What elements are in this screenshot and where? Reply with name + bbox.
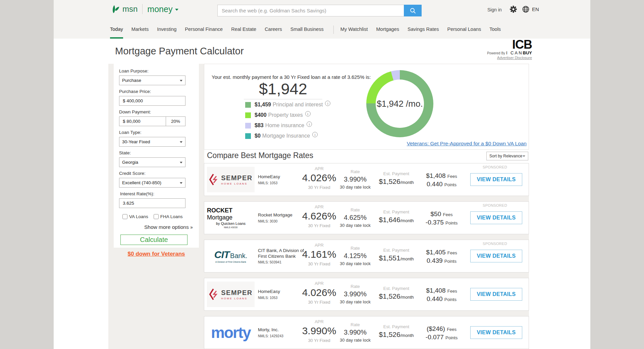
loan-type-select[interactable]: 30-Year Fixed: [119, 137, 185, 147]
nav-item-personal-loans[interactable]: Personal Loans: [447, 21, 481, 39]
language-label[interactable]: EN: [532, 6, 539, 12]
advertiser-disclosure-link[interactable]: Advertiser Disclosure: [487, 56, 532, 60]
fees-value: $1,408 Fees: [421, 287, 463, 295]
rocket-mortgage-logo: ROCKET Mortgage by Quicken Loans NMLS #3…: [207, 207, 255, 229]
rate-label: Rate: [337, 169, 374, 174]
show-more-options-link[interactable]: Show more options ››: [119, 224, 192, 230]
points-value: -0.077 Points: [421, 333, 463, 342]
credit-score-select[interactable]: Excellent (740-850): [119, 178, 185, 188]
nav-item-my-watchlist[interactable]: My Watchlist: [340, 21, 368, 39]
est-payment-value: $1,551/month: [377, 254, 416, 262]
globe-language-icon[interactable]: [522, 5, 530, 14]
compare-rates-title: Compare Best Mortgage Rates: [207, 151, 313, 160]
sort-select[interactable]: Sort by Relevance: [486, 152, 528, 160]
apr-column: APR 4.026% 30 Yr Fixed: [298, 281, 340, 305]
fees-column: $1,408 Fees 0.440 Points: [421, 287, 463, 303]
va-loan-preapproval-link[interactable]: Veterans: Get Pre-Approved for a $0 Down…: [407, 141, 527, 147]
checkbox-box[interactable]: [122, 214, 127, 219]
info-icon[interactable]: i: [325, 101, 330, 106]
nav-item-tools[interactable]: Tools: [489, 21, 501, 39]
nav-item-personal-finance[interactable]: Personal Finance: [185, 21, 223, 39]
rate-lock-label: 30 day rate lock: [337, 299, 374, 304]
nav-item-markets[interactable]: Markets: [131, 21, 149, 39]
down-payment-field-wrap: [119, 116, 166, 126]
info-icon[interactable]: i: [307, 121, 312, 127]
interest-rate-input[interactable]: [122, 200, 182, 206]
view-details-button[interactable]: VIEW DETAILS: [470, 173, 522, 186]
settings-gear-icon[interactable]: [509, 5, 518, 15]
nav-item-real-estate[interactable]: Real Estate: [231, 21, 256, 39]
est-payment-column: Est. Payment $1,526/month: [377, 286, 416, 300]
view-details-button[interactable]: VIEW DETAILS: [470, 288, 522, 301]
rate-value: 3.990%: [337, 176, 374, 183]
apr-label: APR: [298, 319, 340, 324]
semper-tagline: HOME LOANS: [221, 297, 252, 300]
semper-logo: SEMPER HOME LOANS: [207, 167, 255, 192]
loan-purpose-select[interactable]: Purchase: [119, 76, 185, 85]
cit-bank-logo: CITBank. A Division of First Citizens Ba…: [214, 249, 247, 263]
state-value: Georgia: [122, 160, 138, 165]
search-input[interactable]: [217, 5, 404, 16]
fees-value: ($246) Fees: [421, 325, 463, 333]
loan-term-label: 30 Yr Fixed: [298, 338, 340, 343]
legend-amount: $83: [255, 122, 264, 129]
rate-card: SPONSORED SEMPER HOME LOANS: [204, 278, 529, 311]
rate-card-list: SPONSORED SEMPER HOME LOANS: [204, 163, 529, 349]
semper-wordmark: SEMPER: [221, 289, 252, 297]
va-loans-checkbox[interactable]: VA Loans: [122, 214, 148, 219]
nav-item-savings-rates[interactable]: Savings Rates: [408, 21, 439, 39]
nav-item-careers[interactable]: Careers: [265, 21, 282, 39]
legend-item: $0Mortgage Insurancei: [245, 132, 330, 140]
apr-label: APR: [298, 243, 340, 248]
msn-butterfly-icon: [110, 4, 120, 14]
apr-label: APR: [298, 281, 340, 286]
nav-item-small-business[interactable]: Small Business: [290, 21, 324, 39]
calculate-button[interactable]: Calculate: [120, 235, 187, 245]
nav-item-mortgages[interactable]: Mortgages: [376, 21, 399, 39]
down-payment-percent-input[interactable]: [169, 118, 182, 124]
legend-item: $1,459Principal and interesti: [245, 101, 330, 108]
page: msn money Sign in: [54, 0, 590, 349]
apr-column: APR 4.626% 30 Yr Fixed: [298, 204, 340, 228]
monthly-payment-total: $1,942: [244, 80, 322, 98]
info-icon[interactable]: i: [312, 132, 318, 137]
loan-purpose-label: Loan Purpose:: [119, 68, 199, 73]
sign-in-link[interactable]: Sign in: [487, 7, 502, 12]
nav-item-investing[interactable]: Investing: [157, 21, 176, 39]
est-payment-value: $1,646/month: [377, 216, 416, 224]
summary-intro-text: Your est. monthly payment for a 30 Yr Fi…: [212, 74, 371, 80]
state-select[interactable]: Georgia: [119, 157, 185, 167]
purchase-price-label: Purchase Price:: [119, 89, 199, 94]
rate-column: Rate 4.625% 30 day rate lock: [337, 207, 374, 228]
purchase-price-input[interactable]: [122, 98, 182, 104]
semper-tagline: HOME LOANS: [221, 182, 252, 185]
fha-loans-checkbox[interactable]: FHA Loans: [154, 214, 183, 219]
points-value: 0.440 Points: [421, 180, 463, 189]
rate-card: SPONSORED morty: [204, 316, 529, 349]
est-payment-column: Est. Payment $1,551/month: [377, 248, 416, 262]
search-button[interactable]: [404, 5, 422, 16]
view-details-button[interactable]: VIEW DETAILS: [470, 326, 522, 339]
brand[interactable]: msn money: [110, 4, 178, 14]
brand-divider: [142, 4, 143, 14]
nav-item-today[interactable]: Today: [110, 21, 123, 39]
legend-swatch: [245, 102, 251, 108]
est-payment-value: $1,526/month: [377, 292, 416, 300]
down-payment-input[interactable]: [122, 118, 163, 124]
legend-item: $400Property taxesi: [245, 111, 330, 119]
est-payment-column: Est. Payment $1,526/month: [377, 324, 416, 339]
points-value: -0.375 Points: [421, 218, 463, 227]
loan-type-value: 30-Year Fixed: [122, 139, 150, 144]
info-icon[interactable]: i: [305, 111, 311, 116]
view-details-button[interactable]: VIEW DETAILS: [470, 211, 522, 224]
lender-logo: CITBank. A Division of First Citizens Ba…: [207, 243, 255, 269]
est-payment-label: Est. Payment: [377, 286, 416, 291]
zero-down-veterans-link[interactable]: $0 down for Veterans: [108, 251, 204, 257]
checkbox-box[interactable]: [154, 214, 159, 219]
chevron-down-icon[interactable]: [175, 9, 178, 11]
est-payment-label: Est. Payment: [377, 324, 416, 329]
rate-lock-label: 30 day rate lock: [337, 223, 374, 228]
chevron-down-icon: [180, 141, 182, 143]
view-details-button[interactable]: VIEW DETAILS: [470, 250, 522, 262]
morty-logo: morty: [211, 325, 251, 340]
